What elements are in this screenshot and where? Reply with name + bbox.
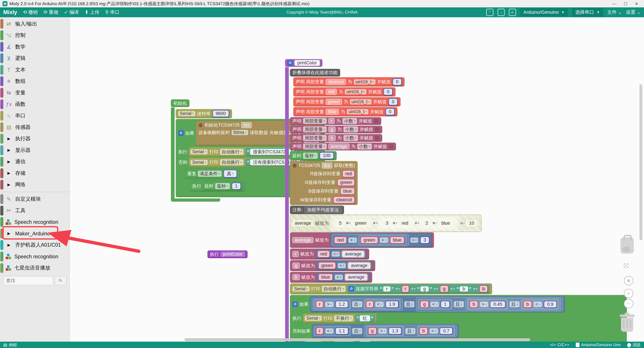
operator-dropdown[interactable]: +: [450, 286, 455, 292]
expression-block[interactable]: 5×green+3×red+2×blue÷10: [330, 216, 479, 231]
block-header[interactable]: 初始化: [171, 99, 189, 107]
field[interactable]: tcs: [241, 122, 252, 128]
variable-block[interactable]: blue: [340, 187, 355, 195]
expression-block[interactable]: 5×green: [334, 219, 371, 227]
dropdown-field[interactable]: ÷: [335, 275, 343, 280]
expression-block[interactable]: b>0.45: [468, 299, 508, 309]
printcolor-function-block[interactable]: ⚙printColor折叠块请在此描述功能声明 局部变量clearcol为uin…: [285, 59, 627, 342]
empty-socket[interactable]: [375, 127, 380, 132]
dropdown-field[interactable]: ÷: [338, 263, 346, 268]
collapse-blocks-icon[interactable]: ⌃: [486, 9, 494, 16]
number-input[interactable]: 0: [388, 98, 398, 106]
boolean-dropdown[interactable]: 真: [223, 169, 237, 178]
variable-block[interactable]: g: [440, 285, 448, 293]
focus-target-icon[interactable]: [624, 276, 634, 286]
number-input[interactable]: 1.9: [385, 301, 399, 308]
close-button[interactable]: ✕: [635, 1, 638, 6]
value-field[interactable]: 10: [466, 220, 477, 226]
block[interactable]: 折叠块请在此描述功能: [290, 69, 340, 77]
dropdown-field[interactable]: >: [480, 302, 488, 307]
examples-button[interactable]: ▤ 例程: [3, 342, 17, 348]
expression-block[interactable]: green÷average: [316, 261, 373, 270]
value-field[interactable]: green: [352, 220, 369, 226]
dropdown-field[interactable]: <: [430, 328, 438, 334]
dropdown-field[interactable]: Serial: [178, 111, 196, 116]
file-menu[interactable]: 文件 ⌄: [607, 9, 622, 15]
expression-block[interactable]: green+blue: [358, 235, 407, 245]
empty-socket[interactable]: [388, 144, 394, 149]
horizontal-scrollbar[interactable]: [184, 338, 530, 341]
brand-logo[interactable]: Mixly: [3, 9, 17, 15]
expression-block[interactable]: b>0.45且b<0.9: [466, 298, 561, 310]
value-field[interactable]: 2: [423, 220, 431, 226]
field[interactable]: average: [292, 220, 314, 226]
variable-block[interactable]: b: [419, 327, 428, 335]
zoom-in-button[interactable]: +: [624, 289, 634, 298]
loop-call-block[interactable]: 执行printColor: [208, 250, 248, 259]
sidebar-item-maker_arduino[interactable]: ▶Maker_Arduino: [0, 228, 70, 239]
expression-block[interactable]: red÷average: [316, 249, 366, 259]
sidebar-item--[interactable]: ▶存储: [0, 167, 70, 179]
dropdown-field[interactable]: ÷: [410, 238, 418, 243]
variable-block[interactable]: green: [360, 236, 378, 244]
number-input[interactable]: 0: [392, 78, 402, 86]
dropdown-field[interactable]: ÷: [332, 252, 340, 257]
field[interactable]: g: [328, 127, 336, 132]
variable-block[interactable]: r: [402, 285, 410, 293]
block[interactable]: b赋值为blue÷average: [290, 272, 372, 283]
expression-block[interactable]: red+green+blue÷3: [330, 233, 431, 247]
block[interactable]: 执行printColor: [208, 250, 248, 258]
dropdown-field[interactable]: 小数: [342, 118, 357, 124]
variable-block[interactable]: average: [348, 262, 371, 269]
field[interactable]: g: [292, 263, 300, 269]
dropdown-field[interactable]: 且: [404, 301, 414, 307]
dropdown-field[interactable]: Serial: [292, 286, 310, 292]
string-literal[interactable]: “b”: [456, 286, 471, 292]
operator-dropdown[interactable]: +: [414, 221, 419, 226]
operator-dropdown[interactable]: +: [395, 286, 400, 292]
gear-icon[interactable]: ⚙: [349, 286, 354, 292]
field[interactable]: r: [292, 251, 299, 257]
sidebar-item--[interactable]: ƒx函数: [0, 99, 70, 110]
sidebar-item--[interactable]: ⇆变量: [0, 87, 70, 99]
variable-block[interactable]: clearcol: [333, 196, 355, 204]
operator-dropdown[interactable]: ×: [346, 221, 350, 226]
sidebar-item--[interactable]: ∿串口: [0, 110, 70, 121]
dropdown-field[interactable]: 小数: [344, 126, 358, 132]
expression-block[interactable]: 3×red+2×blue: [379, 218, 457, 229]
dropdown-field[interactable]: >: [325, 302, 334, 307]
block[interactable]: 声明 局部变量clearcol为uint16_t并赋值0: [293, 77, 404, 86]
variable-block[interactable]: b: [479, 285, 488, 293]
dropdown-field[interactable]: uint16_t: [347, 109, 368, 114]
field[interactable]: tcs: [322, 163, 332, 168]
dropdown-field[interactable]: 且: [454, 301, 464, 307]
block[interactable]: 延时毫秒100: [290, 151, 336, 160]
expression-block[interactable]: r>1.2: [314, 299, 350, 309]
variable-block[interactable]: r: [366, 301, 374, 308]
function-name-field[interactable]: printColor: [294, 60, 320, 66]
expression-block[interactable]: r<1.1且g>1.3且b<0.7: [312, 324, 458, 338]
dropdown-field[interactable]: 自动换行: [322, 286, 346, 292]
sidebar-item--[interactable]: ▶通信: [0, 156, 70, 167]
operator-dropdown[interactable]: +: [411, 286, 416, 292]
messages-button[interactable]: 消息: [627, 342, 641, 348]
block[interactable]: ⚙如果r>1.2且r<1.9且g<1且b>0.45且b<0.9执行Serial打…: [290, 295, 627, 342]
settings-menu[interactable]: 设置 ⌄: [626, 9, 641, 15]
sidebar-item--[interactable]: ⊻逻辑: [0, 52, 70, 64]
field[interactable]: average: [328, 143, 350, 149]
dropdown-field[interactable]: <: [325, 328, 334, 334]
expression-block[interactable]: 2×blue: [421, 219, 455, 227]
undo-button[interactable]: ⟲撤销: [23, 9, 38, 15]
search-input[interactable]: [3, 276, 53, 285]
number-input[interactable]: 1.3: [388, 327, 402, 335]
dropdown-field[interactable]: 且: [510, 301, 520, 307]
dropdown-field[interactable]: 局部变量: [303, 135, 327, 141]
dropdown-field[interactable]: 毫秒: [303, 153, 318, 159]
variable-block[interactable]: r: [316, 327, 324, 335]
port-selector[interactable]: 选择串口▼: [572, 8, 603, 17]
operator-dropdown[interactable]: ÷: [460, 221, 465, 226]
number-input[interactable]: 0.9: [544, 301, 557, 308]
code-view-toggle[interactable]: </> C/C++: [550, 343, 569, 347]
code-panel-icon[interactable]: ‹/›: [509, 9, 516, 16]
block[interactable]: 注释:加权平均值算法: [290, 206, 344, 214]
